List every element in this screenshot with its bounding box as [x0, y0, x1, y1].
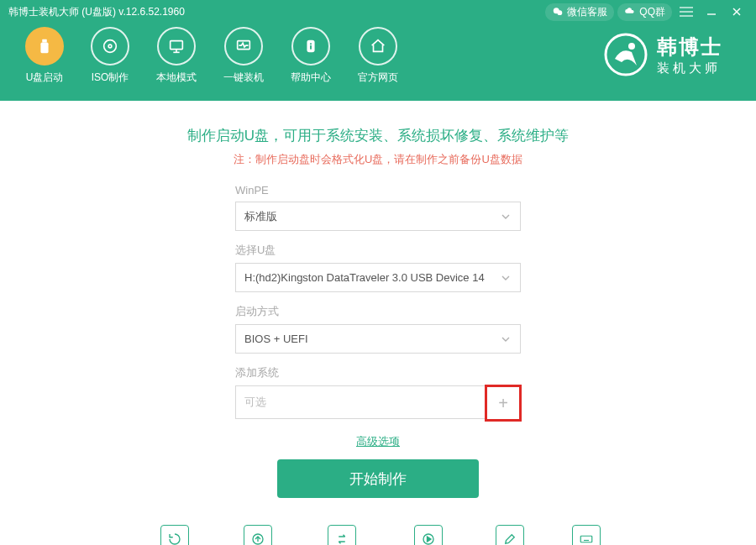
boot-select[interactable]: BIOS + UEFI [235, 324, 521, 354]
keyboard-icon [572, 525, 601, 545]
brand-logo: 韩博士 装机大师 [603, 27, 731, 77]
usb-value: H:(hd2)Kingston DataTraveler 3.0 USB Dev… [244, 271, 485, 284]
restore-icon [160, 525, 189, 545]
svg-rect-8 [42, 39, 47, 43]
system-placeholder: 可选 [244, 395, 266, 410]
svg-rect-9 [40, 42, 48, 53]
tool-format-convert[interactable]: 格式转换 [322, 525, 362, 545]
nav-website[interactable]: 官方网页 [358, 27, 398, 85]
menu-button[interactable] [675, 3, 697, 20]
nav-install[interactable]: 一键装机 [223, 27, 264, 85]
tool-simulate-boot[interactable]: 模拟启动 [408, 525, 449, 545]
nav-label: ISO制作 [92, 71, 129, 85]
usb-label: 选择U盘 [235, 243, 521, 258]
nav-label: 一键装机 [223, 71, 264, 85]
tool-personalize[interactable]: 个性化 [495, 525, 525, 545]
disc-icon [91, 27, 129, 66]
nav-help[interactable]: 帮助中心 [291, 27, 331, 85]
svg-point-17 [310, 43, 312, 45]
svg-rect-12 [171, 41, 183, 50]
svg-point-1 [558, 10, 563, 15]
system-input[interactable]: 可选 + [235, 385, 521, 419]
plus-icon: + [498, 394, 508, 413]
qq-group-button[interactable]: QQ群 [617, 3, 672, 21]
wechat-icon [552, 6, 564, 18]
brand-name: 韩博士 [657, 34, 722, 60]
nav-iso[interactable]: ISO制作 [91, 27, 129, 85]
winpe-select[interactable]: 标准版 [235, 202, 521, 231]
nav-label: 本地模式 [156, 71, 197, 85]
brand-sub: 装机大师 [657, 60, 722, 76]
qq-label: QQ群 [639, 5, 665, 19]
play-icon [414, 525, 443, 545]
nav-local[interactable]: 本地模式 [156, 27, 197, 85]
wechat-support-button[interactable]: 微信客服 [545, 3, 614, 21]
advanced-options-link[interactable]: 高级选项 [235, 434, 521, 449]
winpe-value: 标准版 [244, 209, 277, 224]
close-button[interactable] [726, 3, 748, 20]
svg-point-20 [628, 43, 635, 50]
upgrade-icon [244, 525, 272, 545]
pulse-icon [224, 27, 263, 66]
usb-select[interactable]: H:(hd2)Kingston DataTraveler 3.0 USB Dev… [235, 263, 521, 292]
chevron-down-icon [500, 333, 512, 345]
page-warning: 注：制作启动盘时会格式化U盘，请在制作之前备份U盘数据 [234, 152, 522, 167]
info-icon [291, 27, 330, 66]
home-icon [359, 27, 397, 66]
chevron-down-icon [500, 211, 512, 223]
usb-icon [25, 27, 64, 66]
svg-rect-18 [310, 45, 312, 50]
winpe-label: WinPE [235, 184, 521, 197]
nav-label: 官方网页 [358, 71, 398, 85]
brush-icon [496, 525, 524, 545]
chevron-down-icon [500, 272, 512, 284]
convert-icon [328, 525, 356, 545]
monitor-icon [157, 27, 196, 66]
tool-shortcut[interactable]: 快捷键 [571, 525, 601, 545]
app-title: 韩博士装机大师 (U盘版) v.12.6.52.1960 [8, 5, 185, 19]
add-system-button[interactable]: + [485, 385, 522, 422]
minimize-button[interactable] [701, 3, 722, 20]
boot-value: BIOS + UEFI [244, 333, 308, 345]
boot-label: 启动方式 [235, 304, 521, 319]
nav-label: U盘启动 [26, 71, 64, 85]
svg-rect-23 [580, 536, 592, 542]
system-label: 添加系统 [235, 365, 521, 380]
wechat-label: 微信客服 [567, 5, 607, 19]
tool-upgrade-pe[interactable]: 升级PE [241, 525, 275, 545]
nav-usb-boot[interactable]: U盘启动 [25, 27, 64, 85]
svg-point-10 [104, 40, 117, 53]
cloud-icon [624, 6, 636, 18]
start-button[interactable]: 开始制作 [277, 459, 479, 498]
page-headline: 制作启动U盘，可用于系统安装、系统损坏修复、系统维护等 [187, 126, 569, 145]
nav-label: 帮助中心 [291, 71, 331, 85]
svg-point-11 [108, 45, 112, 48]
tool-restore-space[interactable]: 归还空间 [155, 525, 195, 545]
